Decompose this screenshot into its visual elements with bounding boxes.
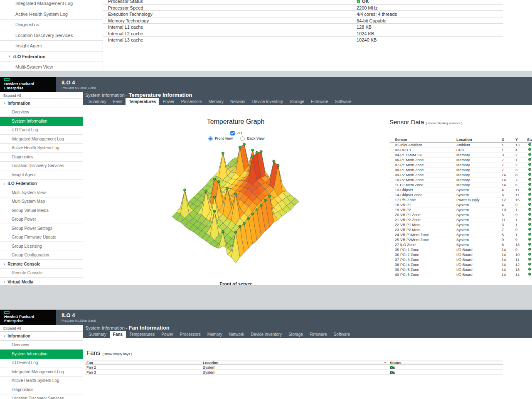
processor-row-value-text: 10240 KB: [357, 37, 377, 42]
expand-all-link[interactable]: Expand All: [0, 92, 83, 99]
tab-memory[interactable]: Memory: [204, 331, 226, 338]
sensor-name: 10-P2 Mem Zone: [395, 178, 424, 182]
sidebar-item-group-power[interactable]: Group Power: [0, 215, 83, 224]
tab-storage[interactable]: Storage: [285, 331, 306, 338]
sort-asc-icon[interactable]: ▲: [384, 361, 387, 364]
sidebar-section-label: Information: [7, 101, 30, 106]
chevron-down-icon: ∨: [3, 262, 5, 266]
brand-line1: Hewlett Packard: [4, 82, 56, 86]
sidebar-section-remote-console[interactable]: ∨Remote Console: [0, 260, 83, 269]
tab-device-inventory[interactable]: Device Inventory: [247, 331, 285, 338]
sidebar-item-active-health-system-log[interactable]: Active Health System Log: [0, 144, 83, 153]
sidebar-item-insight-agent[interactable]: Insight Agent: [0, 170, 83, 180]
tab-fans[interactable]: Fans: [110, 98, 126, 105]
sensor-y: 6: [515, 183, 517, 187]
sensor-location: System: [456, 193, 469, 197]
sensor-x: 14: [502, 268, 506, 272]
sidebar-item-system-information[interactable]: System Information: [0, 350, 83, 359]
sensor-row: 27-iLO ZoneSystem813: [389, 242, 532, 247]
sensor-y: 9: [515, 238, 517, 242]
sidebar-item-location-discovery-services[interactable]: Location Discovery Services: [0, 162, 83, 171]
sensor-y: 14: [515, 273, 520, 277]
sensor-point: [243, 143, 245, 145]
sensor-point: [213, 196, 216, 198]
fan-status-text: OK: [390, 371, 396, 375]
sidebar-item-active-health-system-log[interactable]: Active Health System Log: [0, 9, 103, 20]
sidebar-item-overview[interactable]: Overview: [0, 341, 83, 350]
tab-summary[interactable]: Summary: [85, 331, 110, 338]
sidebar-item-multi-system-map[interactable]: Multi-System Map: [0, 197, 83, 207]
sidebar-section-information[interactable]: ∨Information: [0, 332, 83, 341]
sidebar-item-ilo-event-log[interactable]: iLO Event Log: [0, 126, 83, 135]
tab-network[interactable]: Network: [226, 331, 248, 338]
tab-software[interactable]: Software: [330, 331, 353, 338]
sidebar-item-diagnostics[interactable]: Diagnostics: [0, 20, 103, 30]
sensor-y: 8: [515, 173, 517, 177]
fan-table-header: FanLocationStatus▲: [85, 360, 503, 365]
sidebar-item-system-information[interactable]: System Information: [0, 117, 83, 126]
sidebar-item-location-discovery-services[interactable]: Location Discovery Services: [0, 30, 103, 41]
sidebar-item-group-virtual-media[interactable]: Group Virtual Media: [0, 206, 83, 215]
tab-device-inventory[interactable]: Device Inventory: [249, 98, 286, 105]
processor-row-label: Internal L2 cache: [108, 31, 143, 36]
sidebar-item-group-configuration[interactable]: Group Configuration: [0, 251, 83, 260]
sidebar-item-label: Location Discovery Services: [12, 163, 64, 168]
sidebar-item-label: Group Power Settings: [12, 226, 52, 231]
sensor-location: CPU: [456, 148, 464, 152]
tab-processors[interactable]: Processors: [177, 331, 204, 338]
sensor-location: I/O Board: [456, 253, 473, 257]
sidebar-item-overview[interactable]: Overview: [0, 108, 83, 117]
tab-power[interactable]: Power: [159, 98, 177, 105]
tab-bar: SummaryFansTemperaturesPowerProcessorsMe…: [85, 98, 355, 105]
product-model: ProLiant ML350e Gen8: [62, 86, 96, 90]
sensor-row: 17-P/S ZonePower Supply1215: [389, 197, 532, 202]
sensor-row: 06-P1 Mem ZoneMemory71: [389, 158, 532, 163]
graph-title: Temperature Graph: [155, 118, 317, 126]
tab-temperatures[interactable]: Temperatures: [126, 331, 158, 338]
sidebar-item-active-health-system-log[interactable]: Active Health System Log: [0, 377, 83, 386]
show-empty-bays-link[interactable]: ( show empty bays ): [102, 352, 132, 356]
sensor-y: 15: [515, 198, 520, 202]
sensor-name: 01-Inlet Ambient: [395, 143, 422, 147]
tab-memory[interactable]: Memory: [205, 98, 227, 105]
sidebar-section-virtual-media[interactable]: ∨Virtual Media: [0, 278, 83, 285]
sidebar-item-diagnostics[interactable]: Diagnostics: [0, 153, 83, 162]
tab-fans[interactable]: Fans: [110, 331, 126, 338]
sidebar-item-group-licensing[interactable]: Group Licensing: [0, 242, 83, 251]
show-missing-sensors-link[interactable]: ( show missing sensors ): [426, 121, 462, 125]
sidebar-item-remote-console[interactable]: Remote Console: [0, 269, 83, 278]
tab-processors[interactable]: Processors: [178, 98, 205, 105]
status-ok-dot: [528, 228, 531, 231]
sidebar-item-group-power-settings[interactable]: Group Power Settings: [0, 224, 83, 233]
tab-firmware[interactable]: Firmware: [308, 98, 332, 105]
tab-summary[interactable]: Summary: [85, 98, 110, 105]
sidebar-item-ilo-event-log[interactable]: iLO Event Log: [0, 359, 83, 368]
sidebar-item-multi-system-view[interactable]: Multi-System View: [0, 188, 83, 197]
tab-software[interactable]: Software: [332, 98, 355, 105]
sidebar-item-location-discovery-services[interactable]: Location Discovery Services: [0, 394, 83, 399]
tab-power[interactable]: Power: [158, 331, 176, 338]
tab-firmware[interactable]: Firmware: [306, 331, 330, 338]
sidebar-item-integrated-management-log[interactable]: Integrated Management Log: [0, 135, 83, 144]
sensor-row: 01-Inlet AmbientAmbient113: [389, 143, 532, 148]
3d-checkbox[interactable]: [231, 131, 235, 135]
sensor-data-title: Sensor Data: [389, 118, 424, 126]
sidebar-item-integrated-management-log[interactable]: Integrated Management Log: [0, 367, 83, 377]
sidebar-section-information[interactable]: ∨Information: [0, 99, 83, 108]
sidebar-section-ilo-federation[interactable]: ∨iLO Federation: [0, 180, 83, 189]
sidebar-item-insight-agent[interactable]: Insight Agent: [0, 41, 103, 52]
sensor-y: 1: [515, 218, 517, 222]
sidebar-item-label: Multi-System Map: [12, 199, 45, 204]
expand-all-link[interactable]: Expand All: [0, 325, 83, 332]
sensor-name: 04-P1 DIMM 1-6: [395, 153, 422, 157]
breadcrumb-prefix: System Information -: [85, 93, 129, 98]
sidebar-item-multi-system-view[interactable]: Multi-System View: [0, 62, 103, 71]
tab-network[interactable]: Network: [227, 98, 249, 105]
tab-temperatures[interactable]: Temperatures: [126, 98, 159, 105]
sidebar-item-group-firmware-update[interactable]: Group Firmware Update: [0, 233, 83, 242]
sidebar-item-integrated-management-log[interactable]: Integrated Management Log: [0, 0, 103, 9]
tab-storage[interactable]: Storage: [286, 98, 308, 105]
sidebar-section-ilo-federation[interactable]: ∨iLO Federation: [0, 52, 103, 62]
sidebar-item-diagnostics[interactable]: Diagnostics: [0, 385, 83, 394]
sensor-location: System: [456, 218, 469, 222]
